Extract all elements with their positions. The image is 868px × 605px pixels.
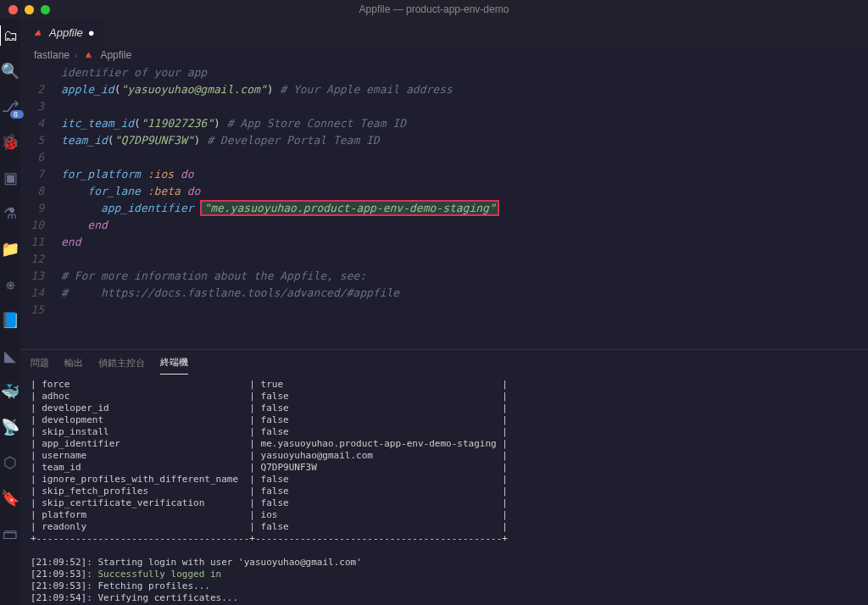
azure-icon[interactable]: ◣: [0, 346, 20, 366]
code-line[interactable]: 4itc_team_id("119027236") # App Store Co…: [20, 115, 868, 132]
breadcrumb-segment[interactable]: Appfile: [100, 49, 131, 61]
extensions-icon[interactable]: ▣: [0, 168, 20, 188]
code-content: [54, 302, 61, 319]
folder-icon[interactable]: 📁: [0, 239, 20, 259]
test-icon[interactable]: ⚗: [0, 203, 20, 224]
code-line[interactable]: 3: [20, 98, 868, 115]
code-content: app_identifier "me.yasuoyuhao.product-ap…: [54, 200, 499, 217]
line-number: 3: [20, 98, 54, 115]
minimize-window-button[interactable]: [25, 5, 34, 14]
line-number: [20, 64, 54, 81]
panel-tabs: 問題 輸出 偵錯主控台 終端機 1: ruby ⌄ + ◫ 🗑 ⌃ ×: [20, 350, 868, 375]
line-number: 15: [20, 302, 54, 319]
terminal-line: [21:09:53]: Successfully logged in: [31, 569, 868, 580]
code-line[interactable]: 15: [20, 302, 868, 319]
panel-tab-debug[interactable]: 偵錯主控台: [98, 352, 145, 375]
panel-tab-output[interactable]: 輸出: [64, 352, 83, 375]
code-line[interactable]: identifier of your app: [20, 64, 868, 81]
close-window-button[interactable]: [8, 5, 18, 14]
panel-tab-problems[interactable]: 問題: [31, 352, 49, 375]
line-number: 4: [20, 115, 54, 132]
breadcrumb[interactable]: fastlane › 🔺 Appfile: [20, 46, 868, 64]
terminal-output[interactable]: | force | true | | adhoc | false | | dev…: [20, 375, 868, 605]
whale-icon[interactable]: 🐳: [0, 381, 20, 402]
fastlane-icon: 🔺: [31, 26, 44, 39]
code-line[interactable]: 7for_platform :ios do: [20, 166, 868, 183]
editor-area: 🔺 Appfile ● ⇄ ◫ ⋯ fastlane › 🔺 Appfile i…: [20, 19, 868, 605]
docker-icon[interactable]: ⎈: [0, 275, 20, 295]
line-number: 6: [20, 149, 54, 166]
code-line[interactable]: 2apple_id("yasuoyuhao@gmail.com") # Your…: [20, 81, 868, 98]
remote-icon[interactable]: 📡: [0, 417, 20, 437]
fastlane-icon: 🔺: [82, 49, 95, 61]
panel-tab-terminal[interactable]: 終端機: [160, 351, 188, 375]
line-number: 10: [20, 217, 54, 234]
line-number: 14: [20, 285, 54, 302]
code-content: team_id("Q7DP9UNF3W") # Developer Portal…: [54, 132, 380, 149]
activity-bar: 🗂 🔍 ⎇ 🐞 ▣ ⚗ 📁 ⎈ 📘 ◣ 🐳 📡 ⬡ 🔖 🗃: [0, 19, 20, 605]
window-title: Appfile — product-app-env-demo: [359, 3, 509, 15]
code-line[interactable]: 9 app_identifier "me.yasuoyuhao.product-…: [20, 200, 868, 217]
window-controls: [0, 5, 50, 14]
code-line[interactable]: 5team_id("Q7DP9UNF3W") # Developer Porta…: [20, 132, 868, 149]
scm-icon[interactable]: ⎇: [0, 97, 20, 117]
code-content: for_platform :ios do: [54, 166, 194, 183]
code-line[interactable]: 11end: [20, 234, 868, 251]
code-content: for_lane :beta do: [54, 183, 200, 200]
line-number: 7: [20, 166, 54, 183]
code-content: identifier of your app: [54, 64, 207, 81]
titlebar: Appfile — product-app-env-demo: [0, 0, 868, 19]
line-number: 2: [20, 81, 54, 98]
debug-icon[interactable]: 🐞: [0, 132, 20, 153]
code-line[interactable]: 10 end: [20, 217, 868, 234]
code-content: [54, 149, 61, 166]
line-number: 9: [20, 200, 54, 217]
code-content: apple_id("yasuoyuhao@gmail.com") # Your …: [54, 81, 453, 98]
code-content: # https://docs.fastlane.tools/advanced/#…: [54, 285, 399, 302]
editor-tabs: 🔺 Appfile ● ⇄ ◫ ⋯: [20, 19, 868, 46]
dirty-dot-icon: ●: [88, 26, 95, 39]
code-line[interactable]: 12: [20, 251, 868, 268]
terminal-line: [21:09:53]: Fetching profiles...: [31, 580, 868, 592]
db-icon[interactable]: 🗃: [0, 524, 20, 544]
book-icon[interactable]: 📘: [0, 310, 20, 330]
line-number: 13: [20, 268, 54, 285]
line-number: 11: [20, 234, 54, 251]
code-content: [54, 251, 61, 268]
terminal-line: [21:09:54]: Verifying certificates...: [31, 592, 868, 604]
git-icon[interactable]: ⬡: [0, 452, 20, 473]
code-line[interactable]: 6: [20, 149, 868, 166]
panel: 問題 輸出 偵錯主控台 終端機 1: ruby ⌄ + ◫ 🗑 ⌃ × | fo…: [20, 349, 868, 605]
breadcrumb-segment[interactable]: fastlane: [34, 49, 70, 61]
tab-appfile[interactable]: 🔺 Appfile ●: [20, 19, 105, 46]
code-line[interactable]: 8 for_lane :beta do: [20, 183, 868, 200]
code-content: end: [54, 234, 81, 251]
chevron-right-icon: ›: [75, 51, 77, 60]
line-number: 12: [20, 251, 54, 268]
code-content: end: [54, 217, 108, 234]
code-line[interactable]: 14# https://docs.fastlane.tools/advanced…: [20, 285, 868, 302]
bookmark-icon[interactable]: 🔖: [0, 488, 20, 508]
search-icon[interactable]: 🔍: [0, 61, 20, 81]
code-content: [54, 98, 61, 115]
explorer-icon[interactable]: 🗂: [0, 25, 19, 46]
line-number: 8: [20, 183, 54, 200]
code-content: # For more information about the Appfile…: [54, 268, 366, 285]
line-number: 5: [20, 132, 54, 149]
zoom-window-button[interactable]: [41, 5, 50, 14]
code-editor[interactable]: identifier of your app2apple_id("yasuoyu…: [20, 64, 868, 349]
terminal-line: [21:09:52]: Starting login with user 'ya…: [31, 557, 868, 569]
code-content: itc_team_id("119027236") # App Store Con…: [54, 115, 406, 132]
code-line[interactable]: 13# For more information about the Appfi…: [20, 268, 868, 285]
tab-label: Appfile: [49, 26, 83, 39]
